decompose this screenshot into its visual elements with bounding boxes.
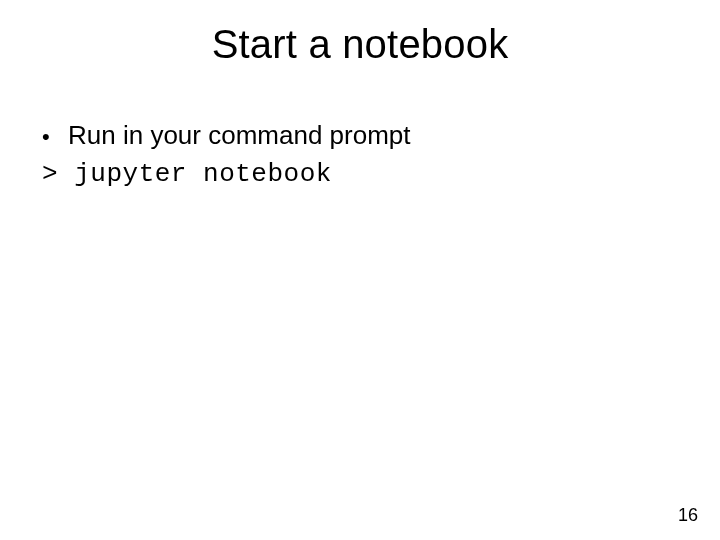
slide-title: Start a notebook bbox=[0, 22, 720, 67]
bullet-text: Run in your command prompt bbox=[68, 118, 410, 153]
bullet-icon: • bbox=[42, 120, 68, 153]
slide: Start a notebook • Run in your command p… bbox=[0, 0, 720, 540]
code-line: > jupyter notebook bbox=[42, 157, 678, 192]
code-prompt: > bbox=[42, 159, 58, 189]
slide-content: • Run in your command prompt > jupyter n… bbox=[42, 118, 678, 192]
code-command: jupyter notebook bbox=[74, 159, 332, 189]
page-number: 16 bbox=[678, 505, 698, 526]
bullet-item: • Run in your command prompt bbox=[42, 118, 678, 153]
